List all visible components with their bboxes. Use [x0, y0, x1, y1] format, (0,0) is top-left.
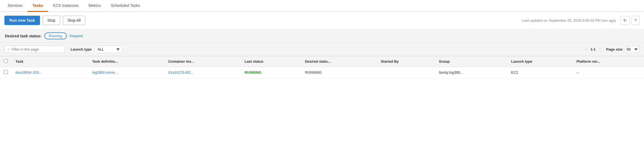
desired-status-value: RUNNING: [305, 70, 322, 75]
status-filter-label: Desired task status:: [5, 34, 42, 38]
page-size-select[interactable]: 10 25 50 100: [624, 46, 640, 53]
pagination-range: 1-1: [591, 47, 596, 51]
last-status-value: RUNNING: [245, 70, 261, 75]
row-checkbox[interactable]: [4, 70, 8, 74]
last-updated-text: Last updated on September 20, 2018 5:00:…: [522, 18, 616, 23]
status-filter-bar: Desired task status: Running Stopped: [0, 29, 644, 43]
row-group-cell: family:log390...: [435, 67, 507, 78]
col-group-header: Group: [435, 56, 507, 67]
col-launch-type-header: Launch type: [507, 56, 573, 67]
row-platform-version-cell: --: [573, 67, 644, 78]
table-header-row: Task Task definitio... Container ins... …: [0, 56, 644, 67]
row-task-cell: 6ea18604-329...: [12, 67, 88, 78]
help-button[interactable]: ?: [631, 16, 640, 25]
filter-row: ▽ Launch type ALL EC2 FARGATE < 1-1 > Pa…: [0, 43, 644, 56]
tabs-bar: Services Tasks ECS Instances Metrics Sch…: [0, 0, 644, 12]
task-link[interactable]: 6ea18604-329...: [15, 70, 42, 75]
col-task-definition-header: Task definitio...: [88, 56, 164, 67]
group-value: family:log390...: [439, 70, 463, 75]
tab-ecs-instances[interactable]: ECS Instances: [48, 0, 84, 12]
row-desired-status-cell: RUNNING: [301, 67, 377, 78]
container-instance-link[interactable]: 81a10176-6f2...: [168, 70, 193, 75]
toolbar: Run new Task Stop Stop All Last updated …: [0, 12, 644, 29]
pagination: < 1-1 > Page size 10 25 50 100: [584, 46, 640, 53]
select-all-checkbox[interactable]: [4, 59, 8, 63]
col-platform-version-header: Platform ver...: [573, 56, 644, 67]
stopped-status-link[interactable]: Stopped: [69, 34, 83, 38]
row-launch-type-cell: EC2: [507, 67, 573, 78]
page-size-label: Page size: [606, 47, 622, 51]
task-definition-link[interactable]: log3900-serve...: [92, 70, 118, 75]
tab-metrics[interactable]: Metrics: [84, 0, 106, 12]
platform-version-value: --: [576, 70, 579, 75]
col-started-by-header: Started By: [377, 56, 435, 67]
prev-page-button[interactable]: <: [584, 47, 589, 52]
row-checkbox-cell: [0, 67, 12, 78]
launch-type-label: Launch type: [71, 47, 92, 51]
running-status-pill[interactable]: Running: [44, 32, 66, 39]
col-task-header: Task: [12, 56, 88, 67]
refresh-button[interactable]: ↻: [620, 16, 630, 25]
col-last-status-header: Last status: [241, 56, 301, 67]
row-container-instance-cell: 81a10176-6f2...: [164, 67, 241, 78]
launch-type-value: EC2: [511, 70, 518, 75]
row-started-by-cell: [377, 67, 435, 78]
filter-input-wrap: ▽: [4, 46, 65, 53]
tab-tasks[interactable]: Tasks: [28, 0, 48, 12]
tab-services[interactable]: Services: [3, 0, 28, 12]
col-container-instance-header: Container ins...: [164, 56, 241, 67]
launch-type-select[interactable]: ALL EC2 FARGATE: [95, 46, 122, 53]
stop-button[interactable]: Stop: [43, 16, 60, 25]
col-desired-status-header: Desired statu...: [301, 56, 377, 67]
col-checkbox: [0, 56, 12, 67]
filter-icon: ▽: [7, 48, 10, 51]
next-page-button[interactable]: >: [597, 47, 602, 52]
run-new-task-button[interactable]: Run new Task: [4, 16, 40, 25]
tasks-table: Task Task definitio... Container ins... …: [0, 56, 644, 78]
tab-scheduled-tasks[interactable]: Scheduled Tasks: [106, 0, 145, 12]
table-wrap: Task Task definitio... Container ins... …: [0, 56, 644, 78]
row-last-status-cell: RUNNING: [241, 67, 301, 78]
filter-input[interactable]: [12, 47, 56, 51]
table-row: 6ea18604-329... log3900-serve... 81a1017…: [0, 67, 644, 78]
row-task-definition-cell: log3900-serve...: [88, 67, 164, 78]
stop-all-button[interactable]: Stop All: [63, 16, 85, 25]
